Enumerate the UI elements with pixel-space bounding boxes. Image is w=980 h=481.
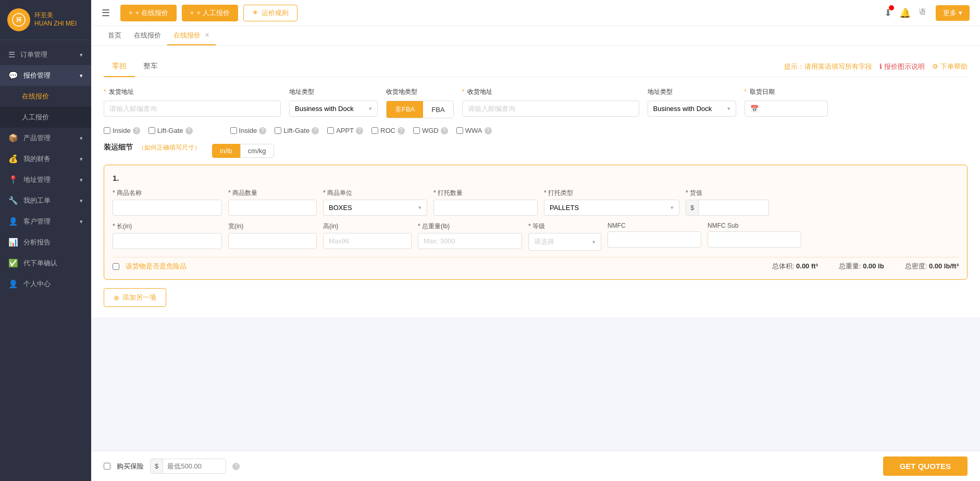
grade-chevron: ▾ [592, 239, 596, 245]
dest-roc-label: ROC [380, 127, 395, 134]
tab-online-quote[interactable]: 在线报价 [128, 26, 167, 45]
sidebar-item-profile[interactable]: 👤 个人中心 [0, 274, 91, 294]
product-unit-select[interactable]: BOXES ▾ [323, 200, 427, 216]
non-fba-btn[interactable]: 非FBA [387, 101, 423, 118]
dest-wwa-checkbox[interactable]: WWA ? [456, 127, 492, 134]
pallet-type-select[interactable]: PALLETS ▾ [544, 200, 679, 216]
dest-inside-help[interactable]: ? [259, 127, 266, 134]
dest-liftgate-input[interactable] [275, 127, 281, 134]
finance-icon: 💰 [8, 154, 18, 164]
dest-type-value: Business with Dock [653, 105, 712, 113]
pricing-rules-button[interactable]: 👁 运价规则 [243, 5, 297, 21]
origin-liftgate-help[interactable]: ? [185, 127, 193, 134]
item-card-1: 1. * 商品名称 * 商品数量 * 商品单位 BOXES [104, 165, 967, 280]
dest-appt-input[interactable] [327, 127, 334, 134]
dest-appt-checkbox[interactable]: APPT ? [327, 127, 363, 134]
origin-inside-checkbox[interactable]: Inside ? [104, 127, 140, 134]
dest-liftgate-help[interactable]: ? [312, 127, 319, 134]
tab-home[interactable]: 首页 [102, 26, 128, 45]
profile-icon: 👤 [8, 279, 18, 289]
product-qty-field: * 商品数量 [228, 189, 317, 216]
tab-close-icon[interactable]: ✕ [205, 32, 209, 39]
width-input[interactable] [228, 233, 317, 249]
weight-input[interactable] [418, 233, 522, 249]
sidebar-item-orders[interactable]: ☰ 订单管理 ▾ [0, 44, 91, 65]
insurance-checkbox[interactable] [104, 463, 110, 470]
manual-quote-btn-icon: + [190, 9, 194, 17]
pallet-type-label: * 打托类型 [544, 189, 679, 198]
dest-roc-help[interactable]: ? [398, 127, 405, 134]
origin-input[interactable] [104, 101, 281, 117]
origin-liftgate-input[interactable] [148, 127, 155, 134]
quotes-arrow: ▾ [80, 72, 83, 79]
pallet-type-value: PALLETS [550, 204, 579, 212]
more-button[interactable]: 更多 ▾ [936, 5, 970, 21]
order-help-link[interactable]: ⚙ 下单帮助 [932, 62, 967, 71]
height-input[interactable] [323, 233, 412, 249]
dest-wwa-input[interactable] [456, 127, 463, 134]
add-item-icon: ⊕ [114, 294, 119, 302]
nmfc-input[interactable] [607, 231, 701, 248]
origin-type-select[interactable]: Business with Dock ▾ [289, 101, 378, 117]
dest-wgd-help[interactable]: ? [441, 127, 448, 134]
online-quote-button[interactable]: + + 在线报价 [120, 5, 177, 21]
product-qty-input[interactable] [228, 200, 317, 216]
sidebar-item-products[interactable]: 📦 产品管理 ▾ [0, 128, 91, 149]
volume-value: 0.00 ft³ [796, 262, 818, 270]
insurance-label: 购买保险 [117, 462, 144, 471]
pickup-date-input[interactable]: 📅 [745, 101, 828, 117]
unit-imperial-btn[interactable]: in/lb [212, 144, 240, 158]
dest-wgd-checkbox[interactable]: WGD ? [413, 127, 448, 134]
checkbox-row: Inside ? Lift-Gate ? Inside ? Lif [104, 127, 967, 134]
danger-checkbox[interactable] [113, 263, 119, 270]
size-guide-link[interactable]: （如何正确填写尺寸） [138, 143, 201, 152]
insurance-help-icon[interactable]: ? [232, 463, 240, 470]
notification-icon-btn[interactable]: 🔔 [899, 7, 911, 19]
dest-inside-input[interactable] [230, 127, 237, 134]
tab-ftl[interactable]: 整车 [135, 56, 166, 77]
length-input[interactable] [113, 233, 222, 249]
dest-input[interactable] [462, 101, 639, 117]
add-item-button[interactable]: ⊕ 添加另一项 [104, 288, 166, 307]
menu-toggle-icon[interactable]: ☰ [102, 7, 110, 19]
sidebar-item-finance[interactable]: 💰 我的财务 ▾ [0, 149, 91, 169]
dest-inside-checkbox[interactable]: Inside ? [230, 127, 267, 134]
nmfc-sub-input[interactable] [708, 231, 801, 248]
dest-roc-input[interactable] [371, 127, 378, 134]
dest-liftgate-checkbox[interactable]: Lift-Gate ? [275, 127, 319, 134]
logo-name: 环至美 [34, 11, 77, 20]
unit-metric-btn[interactable]: cm/kg [240, 144, 274, 158]
dest-appt-help[interactable]: ? [356, 127, 363, 134]
sidebar-item-quotes[interactable]: 💬 报价管理 ▾ [0, 65, 91, 86]
dest-type-select[interactable]: Business with Dock ▾ [648, 101, 736, 117]
manual-quote-button[interactable]: + + 人工报价 [182, 5, 238, 21]
tab-ltl[interactable]: 零担 [104, 56, 135, 77]
sidebar-item-address[interactable]: 📍 地址管理 ▾ [0, 169, 91, 190]
insurance-input[interactable] [163, 459, 226, 473]
sidebar-item-customers[interactable]: 👤 客户管理 ▾ [0, 211, 91, 232]
dest-wgd-input[interactable] [413, 127, 420, 134]
sidebar-item-manual-quote[interactable]: 人工报价 [0, 107, 91, 128]
origin-inside-help[interactable]: ? [133, 127, 140, 134]
quote-diagram-link[interactable]: ℹ 报价图示说明 [879, 62, 925, 71]
get-quotes-button[interactable]: GET QUOTES [883, 457, 967, 476]
origin-liftgate-checkbox[interactable]: Lift-Gate ? [148, 127, 193, 134]
pallet-qty-input[interactable] [433, 200, 538, 216]
finance-arrow: ▾ [80, 156, 83, 163]
tab-online-quote-active[interactable]: 在线报价 ✕ [167, 26, 216, 45]
fba-btn[interactable]: FBA [423, 101, 453, 118]
grade-select[interactable]: 请选择 ▾ [528, 233, 601, 251]
hint-link1-label: 报价图示说明 [884, 62, 925, 71]
sidebar-item-workorder[interactable]: 🔧 我的工单 ▾ [0, 190, 91, 211]
pallet-qty-label: * 打托数量 [433, 189, 538, 198]
sidebar-item-online-quote[interactable]: 在线报价 [0, 86, 91, 107]
product-name-input[interactable] [113, 200, 222, 216]
dest-wwa-help[interactable]: ? [485, 127, 492, 134]
sidebar-item-confirm[interactable]: ✅ 代下单确认 [0, 253, 91, 274]
sidebar-item-analysis[interactable]: 📊 分析报告 [0, 232, 91, 253]
download-icon-btn[interactable]: ⬇ [884, 7, 892, 19]
value-input[interactable] [699, 200, 751, 215]
dest-roc-checkbox[interactable]: ROC ? [371, 127, 405, 134]
origin-inside-input[interactable] [104, 127, 110, 134]
translate-icon-btn[interactable]: 语 [918, 6, 928, 19]
